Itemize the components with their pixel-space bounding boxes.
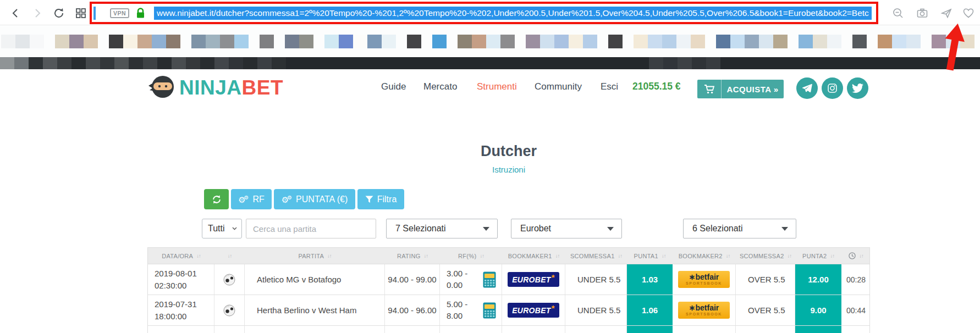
favicon-thumbnail[interactable]: [84, 35, 98, 48]
column-header-punta1[interactable]: PUNTA1↓↑: [627, 248, 673, 264]
filtra-button[interactable]: Filtra: [357, 189, 404, 209]
cell-countdown: [841, 326, 869, 333]
cell-bookmaker1: [502, 326, 565, 333]
column-header-partita[interactable]: PARTITA↓↑: [245, 248, 385, 264]
refresh-button[interactable]: [204, 189, 229, 209]
favicon-thumbnail[interactable]: [15, 35, 30, 48]
sort-icon: ↓↑: [228, 253, 232, 259]
cell-rf: 5.00 -8.00: [440, 295, 502, 325]
column-header-scommessa2[interactable]: SCOMMESSA2↓↑: [736, 248, 795, 264]
column-header-data-ora[interactable]: DATA/ORA↓↑: [148, 248, 214, 264]
favicon-thumbnail[interactable]: [30, 35, 44, 48]
bookmaker2-dropdown[interactable]: 6 Selezionati: [683, 219, 796, 238]
column-header-bookmaker2[interactable]: BOOKMAKER2↓↑: [673, 248, 736, 264]
cell-partita: Atletico MG v Botafogo: [245, 264, 385, 295]
gears-icon: ⚙⚙: [282, 195, 292, 204]
cell-scommessa1: [565, 326, 627, 333]
cell-rating: 94.00 - 99.00: [385, 264, 440, 295]
calculator-icon[interactable]: [483, 302, 496, 319]
send-to-device-icon[interactable]: [940, 7, 953, 19]
table-header-row: DATA/ORA↓↑↓↑PARTITA↓↑RATING↓↑RF(%)↓↑BOOK…: [148, 248, 869, 264]
secure-lock-icon[interactable]: [136, 8, 145, 19]
odds-cell-punta2[interactable]: 9.00: [795, 295, 841, 325]
dark-tile: [100, 57, 114, 69]
zoom-icon[interactable]: [892, 7, 904, 19]
forward-icon[interactable]: [31, 7, 43, 19]
favicon-thumbnail[interactable]: [123, 35, 137, 48]
favicon-thumbnail[interactable]: [55, 35, 69, 48]
funnel-icon: [365, 196, 373, 203]
favicon-thumbnail[interactable]: [892, 35, 906, 48]
column-header-bookmaker1[interactable]: BOOKMAKER1↓↑: [502, 248, 565, 264]
cell-rating: 94.00 - 96.00: [385, 295, 440, 325]
odds-cell-punta1[interactable]: [627, 326, 673, 333]
istruzioni-link[interactable]: Istruzioni: [147, 165, 870, 174]
back-icon[interactable]: [10, 7, 22, 19]
rf-button[interactable]: ⚙⚙ RF: [231, 189, 272, 209]
column-header-rf-[interactable]: RF(%)↓↑: [440, 248, 502, 264]
cell-date: [148, 326, 214, 333]
betfair-logo[interactable]: ∗betfairSPORTSBOOK: [678, 271, 730, 288]
speed-dial-icon[interactable]: [75, 7, 87, 19]
odds-cell-punta2[interactable]: 12.00: [795, 264, 841, 295]
favicon-thumbnail[interactable]: [109, 35, 123, 48]
column-header-scommessa1[interactable]: SCOMMESSA1↓↑: [565, 248, 627, 264]
cell-date: 2019-07-3118:00:00: [148, 295, 214, 325]
odds-cell-punta1[interactable]: 1.03: [627, 264, 673, 295]
dropdown-arrow-icon: [607, 227, 614, 231]
favicon-thumbnail[interactable]: [906, 35, 921, 48]
dark-tile: [71, 57, 86, 69]
table-row: 2019-07-3118:00:00Hertha Berlino v West …: [148, 295, 869, 326]
eurobet-logo[interactable]: EUROBET*: [508, 303, 559, 318]
cell-bookmaker2: ∗betfairSPORTSBOOK: [673, 264, 736, 295]
odds-cell-punta2[interactable]: [795, 326, 841, 333]
league-select[interactable]: Tutti: [202, 219, 242, 238]
cell-bookmaker1: EUROBET*: [502, 264, 565, 295]
favicon-thumbnail[interactable]: [1, 35, 15, 48]
cell-partita: [245, 326, 385, 333]
dark-tile: [0, 57, 14, 69]
match-sport-icon: [214, 326, 245, 333]
cell-rf: 3.00 -0.00: [440, 264, 502, 295]
bookmark-heart-icon[interactable]: [962, 7, 975, 19]
dropdown-arrow-icon: [483, 227, 489, 231]
puntata-button[interactable]: ⚙⚙ PUNTATA (€): [274, 189, 355, 209]
column-header-rating[interactable]: RATING↓↑: [385, 248, 440, 264]
clock-icon: [849, 252, 856, 259]
column-header-icon[interactable]: ↓↑: [214, 248, 245, 264]
markets-dropdown[interactable]: 7 Selezionati: [386, 219, 498, 238]
cell-partita: Hertha Berlino v West Ham: [245, 295, 385, 325]
strip-gap: [921, 35, 932, 48]
odds-cell-punta1[interactable]: 1.06: [627, 295, 673, 325]
betfair-logo[interactable]: ∗betfairSPORTSBOOK: [678, 302, 730, 319]
favicon-thumbnail[interactable]: [878, 35, 892, 48]
cell-date: 2019-08-0102:30:00: [148, 264, 214, 295]
cell-bookmaker2: [673, 326, 736, 333]
favicon-thumbnail[interactable]: [69, 35, 84, 48]
reload-icon[interactable]: [53, 7, 65, 19]
match-sport-icon: [214, 295, 245, 325]
dark-tile: [57, 57, 71, 69]
sort-icon: ↓↑: [830, 253, 834, 259]
vpn-badge[interactable]: VPN: [110, 8, 129, 18]
bookmaker1-dropdown[interactable]: Eurobet: [511, 219, 622, 238]
cell-scommessa2: OVER 5.5: [736, 264, 795, 295]
cell-rating: [385, 326, 440, 333]
dark-tile: [29, 57, 43, 69]
dutcher-page: Dutcher Istruzioni ⚙⚙ RF ⚙⚙ PUNTATA (€) …: [147, 0, 870, 333]
gears-icon: ⚙⚙: [238, 195, 249, 204]
soccer-ball-icon: [223, 304, 235, 317]
calculator-icon[interactable]: [483, 271, 496, 288]
snapshot-camera-icon[interactable]: [916, 7, 928, 19]
dark-tile: [114, 57, 129, 69]
cell-bookmaker1: EUROBET*: [502, 295, 565, 325]
column-header-punta2[interactable]: PUNTA2↓↑: [795, 248, 841, 264]
dark-tile: [43, 57, 57, 69]
search-input[interactable]: [246, 219, 376, 238]
column-header-clock[interactable]: ↓↑: [841, 248, 871, 264]
cell-scommessa1: UNDER 5.5: [565, 295, 627, 325]
table-row: 2019-08-0102:30:00Atletico MG v Botafogo…: [148, 264, 869, 295]
cell-countdown: 00:28: [841, 264, 871, 295]
eurobet-logo[interactable]: EUROBET*: [508, 272, 559, 287]
table-body: 2019-08-0102:30:00Atletico MG v Botafogo…: [148, 264, 869, 333]
